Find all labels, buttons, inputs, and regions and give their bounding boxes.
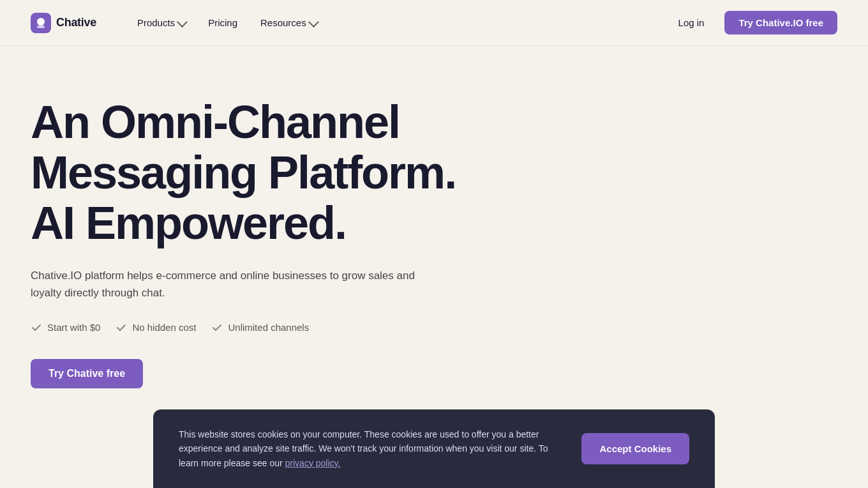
try-free-button-nav[interactable]: Try Chative.IO free: [724, 11, 837, 34]
nav-actions: Log in Try Chative.IO free: [668, 11, 837, 34]
resources-chevron-icon: [308, 17, 319, 27]
nav-pricing[interactable]: Pricing: [198, 12, 248, 33]
nav-links: Products Pricing Resources: [127, 12, 668, 33]
hero-title: An Omni-Channel Messaging Platform. AI E…: [31, 97, 480, 249]
logo-text: Chative: [56, 16, 96, 29]
logo-link[interactable]: Chative: [31, 13, 96, 33]
badge-unlimited-channels: Unlimited channels: [211, 322, 309, 333]
cookie-text: This website stores cookies on your comp…: [179, 427, 561, 470]
logo-icon: [31, 13, 51, 33]
nav-resources[interactable]: Resources: [250, 12, 327, 33]
accept-cookies-button[interactable]: Accept Cookies: [581, 433, 689, 464]
check-icon-1: [31, 322, 42, 333]
privacy-policy-link[interactable]: privacy policy.: [285, 458, 341, 468]
badge-start-free: Start with $0: [31, 322, 100, 333]
check-icon-2: [116, 322, 127, 333]
login-button[interactable]: Log in: [668, 12, 715, 33]
badge-no-hidden-cost: No hidden cost: [116, 322, 196, 333]
products-chevron-icon: [177, 17, 188, 27]
hero-section: An Omni-Channel Messaging Platform. AI E…: [0, 46, 511, 427]
try-free-button-hero[interactable]: Try Chative free: [31, 359, 143, 388]
svg-point-1: [37, 18, 45, 26]
nav-products[interactable]: Products: [127, 12, 195, 33]
navigation: Chative Products Pricing Resources Log i…: [0, 0, 868, 46]
hero-subtitle: Chative.IO platform helps e-commerce and…: [31, 267, 426, 301]
cookie-banner: This website stores cookies on your comp…: [153, 409, 715, 488]
hero-badges: Start with $0 No hidden cost Unlimited c…: [31, 322, 480, 333]
check-icon-3: [211, 322, 223, 333]
svg-rect-2: [37, 26, 45, 28]
